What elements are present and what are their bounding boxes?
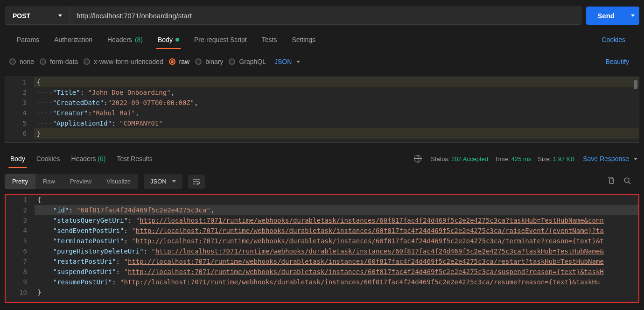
- send-button-group: Send: [586, 7, 639, 25]
- radio-icon: [40, 58, 46, 65]
- response-header: Body Cookies Headers (6) Test Results St…: [0, 147, 644, 169]
- code-text: http://localhost:7071/runtime/webhooks/d…: [128, 258, 604, 265]
- chevron-down-icon: [58, 14, 62, 17]
- tab-params[interactable]: Params: [9, 31, 47, 48]
- body-none[interactable]: none: [9, 58, 34, 65]
- radio-icon: [84, 58, 90, 65]
- body-formdata[interactable]: form-data: [40, 58, 78, 65]
- code-text: http://localhost:7071/runtime/webhooks/d…: [136, 227, 604, 234]
- line-number: 1: [6, 195, 35, 205]
- cookies-link[interactable]: Cookies: [592, 31, 635, 48]
- view-pretty[interactable]: Pretty: [5, 174, 35, 189]
- send-button[interactable]: Send: [586, 7, 626, 25]
- code-text: http://localhost:7071/runtime/webhooks/d…: [140, 217, 604, 224]
- line-number: 4: [6, 225, 35, 236]
- response-body-editor[interactable]: 1{ 2 "id": "60f817fac4f24d469f5c2e2e4275…: [5, 194, 639, 303]
- code-text: }: [37, 130, 41, 137]
- radio-icon: [9, 58, 16, 65]
- line-number: 6: [5, 128, 34, 139]
- radio-label: binary: [205, 58, 223, 65]
- status-value: 202 Accepted: [451, 155, 488, 162]
- tab-authorization[interactable]: Authorization: [47, 31, 100, 48]
- code-text: "ApplicationId": [53, 120, 112, 127]
- resp-headers-label: Headers: [71, 155, 98, 162]
- radio-icon: [229, 58, 235, 65]
- body-raw[interactable]: raw: [169, 58, 190, 65]
- resp-tab-body[interactable]: Body: [5, 151, 31, 166]
- code-text: "Rahul Rai": [92, 109, 135, 117]
- tab-prerequest[interactable]: Pre-request Script: [187, 31, 254, 48]
- view-raw[interactable]: Raw: [35, 174, 63, 189]
- time-label: Time:: [495, 155, 510, 162]
- code-text: "John Doe Onboarding": [88, 89, 171, 96]
- radio-label: raw: [179, 58, 190, 65]
- body-format-dropdown[interactable]: JSON: [274, 58, 300, 65]
- tab-headers-label: Headers: [107, 36, 132, 43]
- body-urlencoded[interactable]: x-www-form-urlencoded: [84, 58, 163, 65]
- method-select[interactable]: POST: [5, 7, 70, 25]
- tab-body[interactable]: Body: [150, 31, 187, 48]
- scrollbar[interactable]: [634, 80, 637, 89]
- code-text: http://localhost:7071/runtime/webhooks/d…: [155, 247, 604, 255]
- code-text: "restartPostUri": [53, 258, 116, 265]
- body-graphql[interactable]: GraphQL: [229, 58, 266, 65]
- modified-dot-icon: [175, 38, 179, 42]
- tab-body-label: Body: [158, 36, 173, 43]
- line-number: 3: [5, 98, 34, 108]
- line-number: 4: [5, 108, 34, 118]
- line-number: 9: [6, 277, 35, 287]
- line-number: 5: [6, 236, 35, 246]
- radio-icon: [195, 58, 202, 65]
- request-body-editor[interactable]: 1{ 2····"Title": "John Doe Onboarding", …: [5, 77, 639, 143]
- view-tabs: Pretty Raw Preview Visualize: [5, 174, 138, 189]
- send-dropdown-button[interactable]: [626, 7, 639, 25]
- resp-tab-headers[interactable]: Headers (6): [66, 151, 112, 166]
- line-number: 10: [6, 287, 35, 297]
- wrap-line-button[interactable]: [188, 175, 205, 189]
- svg-point-1: [624, 178, 629, 183]
- size-label: Size:: [538, 155, 551, 162]
- response-format-dropdown[interactable]: JSON: [144, 174, 182, 189]
- code-text: http://localhost:7071/runtime/webhooks/d…: [124, 278, 600, 286]
- code-text: http://localhost:7071/runtime/webhooks/d…: [128, 268, 604, 275]
- time-value: 425 ms: [511, 155, 532, 162]
- code-text: "id": [53, 206, 69, 214]
- size-value: 1.97 KB: [553, 155, 574, 162]
- body-format-label: JSON: [274, 58, 292, 65]
- line-number: 6: [6, 246, 35, 256]
- code-text: "2022-09-07T00:00:00Z": [108, 99, 194, 106]
- line-number: 7: [6, 256, 35, 267]
- url-input[interactable]: [70, 7, 581, 25]
- radio-label: x-www-form-urlencoded: [94, 58, 163, 65]
- request-tabs: Params Authorization Headers (8) Body Pr…: [0, 31, 644, 49]
- copy-icon[interactable]: [608, 177, 615, 186]
- line-number: 1: [5, 77, 34, 87]
- response-actions: [608, 177, 639, 186]
- tab-tests[interactable]: Tests: [254, 31, 285, 48]
- code-text: "60f817fac4f24d469f5c2e2e4275c3ca": [77, 206, 210, 214]
- chevron-down-icon: [631, 14, 635, 17]
- code-text: "suspendPostUri": [53, 268, 116, 275]
- view-visualize[interactable]: Visualize: [99, 174, 138, 189]
- code-text: "sendEventPostUri": [53, 227, 124, 234]
- tab-headers[interactable]: Headers (8): [100, 31, 150, 48]
- tab-settings[interactable]: Settings: [284, 31, 323, 48]
- chevron-down-icon: [296, 61, 300, 63]
- globe-icon[interactable]: [414, 155, 421, 162]
- code-text: "CreatedDate": [53, 99, 104, 106]
- resp-tab-testresults[interactable]: Test Results: [111, 151, 158, 166]
- resp-tab-cookies[interactable]: Cookies: [31, 151, 66, 166]
- code-text: "COMPANY01": [119, 120, 163, 127]
- body-type-row: none form-data x-www-form-urlencoded raw…: [0, 49, 644, 75]
- response-view-bar: Pretty Raw Preview Visualize JSON: [0, 169, 644, 192]
- radio-label: GraphQL: [239, 58, 266, 65]
- search-icon[interactable]: [623, 177, 631, 186]
- body-binary[interactable]: binary: [195, 58, 223, 65]
- code-text: {: [37, 78, 41, 86]
- save-response-dropdown[interactable]: Save Response: [583, 155, 637, 162]
- radio-label: form-data: [50, 58, 78, 65]
- line-number: 2: [5, 87, 34, 98]
- resp-headers-count: (6): [98, 155, 105, 162]
- view-preview[interactable]: Preview: [63, 174, 99, 189]
- beautify-link[interactable]: Beautify: [596, 53, 635, 70]
